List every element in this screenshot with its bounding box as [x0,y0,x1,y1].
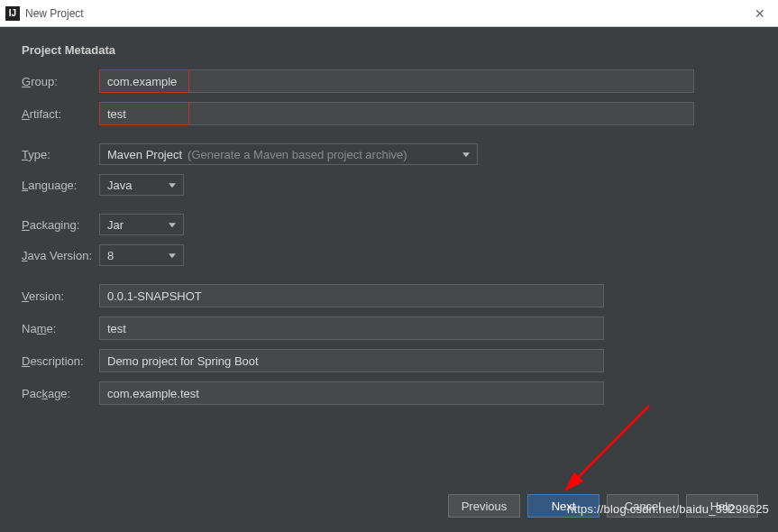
description-label: Description: [22,354,99,368]
language-value: Java [107,179,132,192]
package-label: Package: [22,387,99,400]
chevron-down-icon [169,183,176,188]
group-field-ext[interactable] [189,69,694,93]
description-field[interactable] [99,349,604,372]
window-title: New Project [25,7,84,20]
type-value: Maven Project [107,148,182,161]
name-label: Name: [22,322,99,335]
java-version-label: Java Version: [22,249,99,262]
svg-line-0 [566,406,649,490]
chevron-down-icon [169,253,176,258]
close-icon[interactable]: ✕ [747,3,773,24]
help-button[interactable]: Help [686,494,758,518]
group-field[interactable] [99,69,189,93]
packaging-select[interactable]: Jar [99,214,184,235]
name-field[interactable] [99,316,604,340]
java-version-value: 8 [107,249,114,262]
package-field[interactable] [99,381,604,405]
artifact-field[interactable] [99,102,189,125]
dialog-content: Project Metadata Group: Artifact: Type: … [0,27,778,532]
packaging-label: Packaging: [22,218,99,232]
titlebar: IJ New Project ✕ [0,0,778,27]
type-hint: (Generate a Maven based project archive) [188,148,407,161]
cancel-button[interactable]: Cancel [607,494,679,518]
type-label: Type: [22,148,99,161]
type-select[interactable]: Maven Project (Generate a Maven based pr… [99,143,478,165]
chevron-down-icon [462,152,470,157]
chevron-down-icon [169,223,176,227]
previous-button[interactable]: Previous [448,494,520,518]
section-title: Project Metadata [22,43,756,57]
language-label: Language: [22,179,99,192]
button-row: Previous Next Cancel Help [448,494,758,518]
next-button[interactable]: Next [527,494,600,518]
version-field[interactable] [99,284,604,307]
artifact-field-ext[interactable] [189,102,694,125]
java-version-select[interactable]: 8 [99,244,184,266]
version-label: Version: [22,289,99,303]
packaging-value: Jar [107,218,124,232]
app-icon: IJ [5,6,20,21]
artifact-label: Artifact: [22,107,99,121]
language-select[interactable]: Java [99,174,184,196]
group-label: Group: [22,75,99,88]
